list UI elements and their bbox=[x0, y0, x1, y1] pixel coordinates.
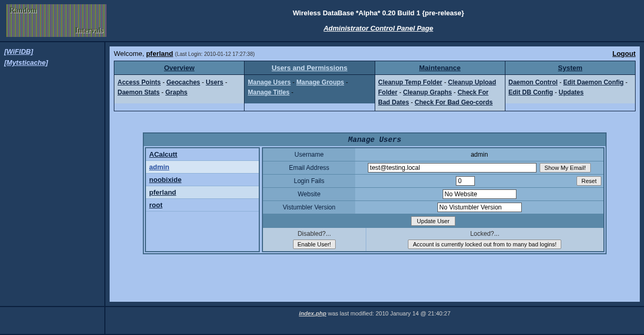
manage-users-panel: Manage Users ACalcutt admin noobixide pf… bbox=[143, 132, 607, 254]
link-daemon-control[interactable]: Daemon Control bbox=[509, 79, 558, 86]
user-item-acalcutt[interactable]: ACalcutt bbox=[146, 148, 259, 161]
link-geocaches[interactable]: Geocaches bbox=[167, 79, 200, 86]
sidebar: [WiFIDB] [Mytsticache] bbox=[0, 42, 105, 306]
locked-account-button[interactable]: Account is currently locked out from to … bbox=[408, 240, 561, 249]
value-username: admin bbox=[355, 148, 603, 161]
label-vistumbler: Vistumbler Version bbox=[263, 201, 355, 214]
user-details: Username admin Email Address Show My Ema… bbox=[262, 147, 604, 252]
link-daemon-stats[interactable]: Daemon Stats bbox=[118, 89, 160, 96]
link-manage-titles[interactable]: Manage Titles bbox=[248, 89, 289, 96]
link-manage-groups[interactable]: Manage Groups bbox=[296, 79, 344, 86]
show-email-button[interactable]: Show My Email! bbox=[540, 163, 591, 173]
logo-text-top: Random bbox=[9, 6, 103, 15]
user-item-root[interactable]: root bbox=[146, 199, 259, 212]
user-item-pferland[interactable]: pferland bbox=[146, 186, 259, 199]
tab-users-perms-links: Manage Users - Manage Groups - Manage Ti… bbox=[245, 75, 374, 103]
link-updates[interactable]: Updates bbox=[559, 89, 583, 96]
tab-users-permissions[interactable]: Users and Permissions bbox=[245, 61, 374, 75]
sidebar-link-wifidb[interactable]: [WiFIDB] bbox=[4, 47, 100, 55]
footer-text: index.php was last modified: 2010 Januar… bbox=[105, 307, 644, 334]
link-cleanup-temp[interactable]: Cleanup Temp Folder bbox=[378, 79, 443, 86]
welcome-prefix: Welcome, bbox=[114, 50, 146, 58]
link-edit-db-config[interactable]: Edit DB Config bbox=[509, 89, 553, 96]
tab-col-overview: Overview Access Points - Geocaches - Use… bbox=[114, 61, 245, 111]
link-access-points[interactable]: Access Points bbox=[118, 79, 161, 86]
label-locked: Locked?... bbox=[369, 230, 600, 237]
link-cleanup-graphs[interactable]: Cleanup Graphs bbox=[403, 89, 452, 96]
label-email: Email Address bbox=[263, 161, 355, 174]
user-item-noobixide[interactable]: noobixide bbox=[146, 174, 259, 186]
website-input[interactable] bbox=[443, 189, 516, 199]
link-users[interactable]: Users bbox=[206, 79, 223, 86]
footer-left bbox=[0, 307, 105, 334]
footer: index.php was last modified: 2010 Januar… bbox=[0, 306, 644, 334]
sidebar-link-mysticache[interactable]: [Mytsticache] bbox=[4, 59, 100, 66]
user-item-admin[interactable]: admin bbox=[146, 161, 259, 174]
tab-system-links: Daemon Control - Edit Daemon Config - Ed… bbox=[505, 75, 635, 103]
tab-maintenance[interactable]: Maintenance bbox=[375, 61, 505, 75]
tab-system[interactable]: System bbox=[505, 61, 635, 75]
page-subtitle: Administrator Control Panel Page bbox=[113, 24, 644, 32]
label-username: Username bbox=[263, 148, 355, 161]
enable-user-button[interactable]: Enable User! bbox=[293, 240, 336, 249]
logo-text-bottom: Intervals bbox=[9, 26, 103, 35]
link-graphs[interactable]: Graphs bbox=[165, 89, 188, 96]
logo: Random Intervals bbox=[6, 4, 106, 37]
update-user-button[interactable]: Update User bbox=[411, 216, 455, 226]
email-input[interactable] bbox=[368, 163, 536, 173]
tab-nav: Overview Access Points - Geocaches - Use… bbox=[114, 61, 636, 111]
last-login: (Last Login: 2010-01-12 17:27:38) bbox=[175, 51, 255, 57]
login-fails-input[interactable] bbox=[456, 176, 475, 186]
link-check-bad-geo[interactable]: Check For Bad Geo-cords bbox=[415, 99, 493, 106]
link-edit-daemon-config[interactable]: Edit Daemon Config bbox=[563, 79, 624, 86]
app-title: Wireless DataBase *Alpha* 0.20 Build 1 {… bbox=[113, 9, 644, 17]
user-list: ACalcutt admin noobixide pferland root bbox=[145, 147, 260, 252]
tab-col-maintenance: Maintenance Cleanup Temp Folder - Cleanu… bbox=[375, 61, 505, 111]
footer-modified: was last modified: 2010 January 14 @ 21:… bbox=[326, 310, 451, 317]
tab-overview[interactable]: Overview bbox=[114, 61, 244, 75]
footer-filename: index.php bbox=[299, 310, 326, 317]
vistumbler-input[interactable] bbox=[437, 203, 522, 212]
panel-body: ACalcutt admin noobixide pferland root U… bbox=[144, 146, 606, 253]
header-center: Wireless DataBase *Alpha* 0.20 Build 1 {… bbox=[113, 9, 644, 32]
link-manage-users[interactable]: Manage Users bbox=[248, 79, 290, 86]
reset-button[interactable]: Reset bbox=[577, 176, 601, 186]
tab-maintenance-links: Cleanup Temp Folder - Cleanup Upload Fol… bbox=[375, 75, 505, 111]
tab-col-system: System Daemon Control - Edit Daemon Conf… bbox=[505, 61, 635, 111]
tab-col-users-perms: Users and Permissions Manage Users - Man… bbox=[245, 61, 375, 111]
label-disabled: Disabled?... bbox=[266, 230, 363, 237]
label-website: Website bbox=[263, 188, 355, 200]
welcome-username[interactable]: pferland bbox=[146, 50, 173, 58]
panel-title: Manage Users bbox=[144, 133, 606, 146]
logout-link[interactable]: Logout bbox=[612, 50, 636, 58]
header: Random Intervals Wireless DataBase *Alph… bbox=[0, 0, 644, 42]
welcome-row: Welcome, pferland (Last Login: 2010-01-1… bbox=[114, 50, 636, 58]
main: [WiFIDB] [Mytsticache] Welcome, pferland… bbox=[0, 42, 644, 306]
content: Welcome, pferland (Last Login: 2010-01-1… bbox=[110, 46, 640, 302]
tab-overview-links: Access Points - Geocaches - Users - Daem… bbox=[114, 75, 244, 103]
content-wrap: Welcome, pferland (Last Login: 2010-01-1… bbox=[105, 42, 644, 306]
label-login-fails: Login Fails bbox=[263, 175, 355, 187]
